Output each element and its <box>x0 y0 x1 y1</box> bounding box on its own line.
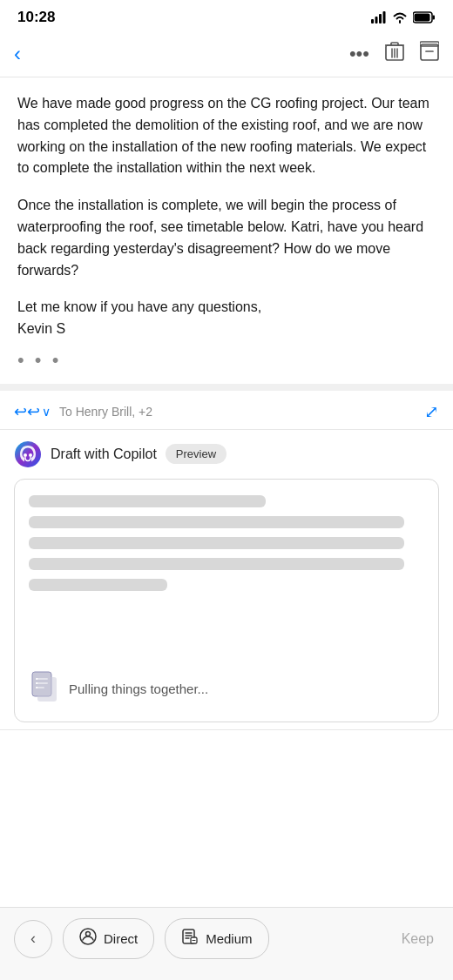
skeleton-lines <box>29 495 424 591</box>
reply-arrows: ↩↩ ∨ <box>14 402 51 421</box>
copilot-logo <box>14 440 42 468</box>
nav-bar: ‹ ••• <box>0 31 453 77</box>
keep-button[interactable]: Keep <box>396 923 439 956</box>
svg-rect-1 <box>375 17 378 23</box>
svg-rect-6 <box>433 16 436 20</box>
wifi-icon <box>392 11 408 23</box>
reply-header: ↩↩ ∨ To Henry Brill, +2 ⤢ <box>0 391 453 430</box>
copilot-section: Draft with Copilot Preview <box>0 430 453 730</box>
toolbar-back-button[interactable]: ‹ <box>14 920 52 958</box>
svg-rect-3 <box>383 11 386 23</box>
svg-point-25 <box>86 932 91 936</box>
svg-rect-5 <box>415 14 430 22</box>
status-bar: 10:28 <box>0 0 453 31</box>
medium-label: Medium <box>206 931 252 946</box>
loading-row: Pulling things together... <box>29 670 208 708</box>
bottom-toolbar: ‹ Direct Medium Keep <box>0 907 453 980</box>
medium-icon <box>181 928 199 950</box>
direct-icon <box>79 928 97 950</box>
reply-to-text: To Henry Brill, +2 <box>59 405 424 419</box>
archive-button[interactable] <box>420 41 439 67</box>
direct-button[interactable]: Direct <box>63 918 154 959</box>
battery-icon <box>413 11 436 23</box>
email-paragraph-1: We have made good progress on the CG roo… <box>17 93 436 179</box>
email-body: We have made good progress on the CG roo… <box>0 77 453 391</box>
status-icons <box>371 11 436 23</box>
copilot-preview-badge[interactable]: Preview <box>166 444 226 464</box>
nav-actions: ••• <box>349 41 439 67</box>
skeleton-line-2 <box>29 516 404 528</box>
ellipsis-dots: • • • <box>17 340 436 375</box>
svg-point-15 <box>15 441 41 467</box>
copilot-label: Draft with Copilot <box>51 446 157 462</box>
svg-point-16 <box>24 453 27 457</box>
reply-chevron-button[interactable]: ∨ <box>42 405 51 419</box>
email-text: We have made good progress on the CG roo… <box>17 93 436 340</box>
back-button[interactable]: ‹ <box>14 38 28 70</box>
more-button[interactable]: ••• <box>349 43 369 65</box>
email-paragraph-3: Let me know if you have any questions,Ke… <box>17 297 436 340</box>
status-time: 10:28 <box>17 9 55 26</box>
svg-point-17 <box>29 453 32 457</box>
skeleton-line-1 <box>29 495 266 507</box>
skeleton-line-4 <box>29 558 404 570</box>
copilot-header: Draft with Copilot Preview <box>14 440 439 468</box>
loading-text: Pulling things together... <box>69 681 208 696</box>
svg-rect-2 <box>379 14 382 23</box>
svg-rect-0 <box>371 19 374 23</box>
delete-button[interactable] <box>385 41 404 67</box>
reply-all-button[interactable]: ↩↩ <box>14 402 40 421</box>
toolbar-back-icon: ‹ <box>30 930 36 948</box>
reply-area: ↩↩ ∨ To Henry Brill, +2 ⤢ <box>0 391 453 730</box>
direct-label: Direct <box>104 931 138 946</box>
loading-icon <box>29 670 60 708</box>
skeleton-line-3 <box>29 537 404 549</box>
medium-button[interactable]: Medium <box>165 918 268 959</box>
expand-button[interactable]: ⤢ <box>424 401 439 422</box>
email-paragraph-2: Once the installation is complete, we wi… <box>17 195 436 281</box>
signal-icon <box>371 11 387 23</box>
draft-box: Pulling things together... <box>14 479 439 722</box>
svg-rect-23 <box>37 677 57 701</box>
skeleton-line-5 <box>29 579 167 591</box>
